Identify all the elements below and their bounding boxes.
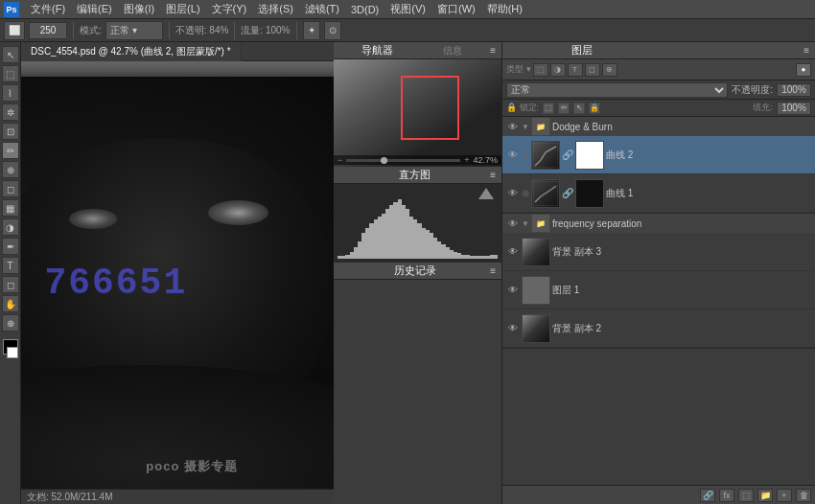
delete-layer-btn[interactable]: 🗑 xyxy=(796,489,811,502)
mode-select[interactable]: 正常 ▾ xyxy=(105,21,163,40)
menu-window[interactable]: 窗口(W) xyxy=(431,2,481,16)
dodge-burn-group-header[interactable]: 👁 ▼ 📁 Dodge & Burn xyxy=(502,117,815,136)
layer-bg-copy3[interactable]: 👁 背景 副本 3 xyxy=(502,233,815,271)
bg3-name: 背景 副本 3 xyxy=(552,245,811,259)
pen-tool[interactable]: ✒ xyxy=(2,238,19,255)
canvas-wrapper[interactable]: 766651 实用摄影技巧 FsBus.CoM http://photo.poc… xyxy=(21,61,334,504)
layers-options[interactable]: ≡ xyxy=(803,45,809,56)
eye-right xyxy=(208,200,268,225)
new-group-btn[interactable]: 📁 xyxy=(757,489,773,502)
opacity-label: 不透明: 84% xyxy=(175,24,229,37)
navigator-panel-options[interactable]: ≡ xyxy=(490,45,496,56)
lock-all-btn[interactable]: 🔒 xyxy=(589,103,600,114)
fill-input[interactable] xyxy=(777,102,811,115)
layer1-name: 图层 1 xyxy=(552,284,811,297)
group-visibility[interactable]: 👁 xyxy=(506,120,520,133)
menu-layer[interactable]: 图层(L) xyxy=(160,2,205,16)
brush-tool[interactable]: ✏ xyxy=(2,142,19,159)
bg2-visibility[interactable]: 👁 xyxy=(506,322,520,335)
add-mask-btn[interactable]: ⬚ xyxy=(738,489,754,502)
clone-tool[interactable]: ⊕ xyxy=(2,161,19,178)
move-tool[interactable]: ↖ xyxy=(2,46,19,63)
histogram-content xyxy=(334,184,501,263)
canvas-bg: 766651 xyxy=(21,77,334,489)
filter-shape-btn[interactable]: ◻ xyxy=(585,63,600,77)
curve2-svg xyxy=(533,143,558,168)
right-column: 导航器 信息 ≡ − + xyxy=(334,42,501,504)
eraser-tool[interactable]: ◻ xyxy=(2,180,19,197)
separator-4 xyxy=(296,22,297,39)
history-tab[interactable]: 历史记录 xyxy=(339,263,490,278)
layer1-visibility[interactable]: 👁 xyxy=(506,284,520,297)
menu-3d[interactable]: 3D(D) xyxy=(345,4,384,15)
status-bar: 文档: 52.0M/211.4M xyxy=(21,489,334,504)
layer-bg-copy2[interactable]: 👁 背景 副本 2 xyxy=(502,309,815,348)
tab-bar: DSC_4554.psd @ 42.7% (曲线 2, 图层蒙版/*) * xyxy=(21,42,334,61)
add-style-btn[interactable]: fx xyxy=(719,489,734,502)
opacity-input[interactable] xyxy=(777,83,811,97)
info-tab[interactable]: 信息 xyxy=(415,44,491,57)
menu-view[interactable]: 视图(V) xyxy=(384,2,431,16)
hand-tool[interactable]: ✋ xyxy=(2,295,19,312)
zoom-tool[interactable]: ⊕ xyxy=(2,314,19,332)
layer-1[interactable]: 👁 图层 1 xyxy=(502,271,815,309)
pressure-btn[interactable]: ⊙ xyxy=(324,21,341,40)
bg2-name: 背景 副本 2 xyxy=(552,322,811,335)
brush-size-input[interactable] xyxy=(29,22,67,39)
layer-curve2-mask xyxy=(575,141,604,170)
layer-curve2[interactable]: 👁 ⊕ 🔗 曲线 2 xyxy=(502,136,815,174)
menu-bar: Ps 文件(F) 编辑(E) 图像(I) 图层(L) 文字(Y) 选择(S) 滤… xyxy=(0,0,815,19)
canvas-tab[interactable]: DSC_4554.psd @ 42.7% (曲线 2, 图层蒙版/*) * xyxy=(21,42,242,61)
layer-curve1-mask xyxy=(575,179,604,208)
layer1-thumb xyxy=(522,276,550,305)
layer-curve1-visibility[interactable]: 👁 xyxy=(506,187,520,200)
zoom-value: 42.7% xyxy=(473,155,498,165)
filter-toggle-btn[interactable]: ● xyxy=(796,63,811,77)
menu-text[interactable]: 文字(Y) xyxy=(206,2,253,16)
blend-mode-select[interactable]: 正常 xyxy=(506,82,728,98)
lasso-tool[interactable]: ⌇ xyxy=(2,84,19,102)
freq-group-visibility[interactable]: 👁 xyxy=(506,217,520,230)
filter-type-btn[interactable]: T xyxy=(568,63,583,77)
menu-select[interactable]: 选择(S) xyxy=(252,2,299,16)
navigator-tab[interactable]: 导航器 xyxy=(339,43,415,57)
group-expand-icon[interactable]: ▼ xyxy=(522,123,529,131)
dodge-tool[interactable]: ◑ xyxy=(2,218,19,236)
gradient-tool[interactable]: ▦ xyxy=(2,199,19,217)
text-tool[interactable]: T xyxy=(2,257,19,274)
filter-smart-btn[interactable]: ⊕ xyxy=(602,63,617,77)
crop-tool[interactable]: ⊡ xyxy=(2,123,19,140)
link-layers-btn[interactable]: 🔗 xyxy=(700,489,715,502)
layers-filter-row: 类型 ▾ ⬚ ◑ T ◻ ⊕ ● xyxy=(502,59,815,80)
magic-wand-tool[interactable]: ✲ xyxy=(2,103,19,121)
zoom-slider-thumb[interactable] xyxy=(381,157,387,164)
history-options[interactable]: ≡ xyxy=(490,265,496,276)
zoom-minus-btn[interactable]: − xyxy=(338,155,342,165)
filter-adjust-btn[interactable]: ◑ xyxy=(550,63,566,77)
menu-image[interactable]: 图像(I) xyxy=(118,2,160,16)
airbrush-btn[interactable]: ✦ xyxy=(303,21,320,40)
filter-pixel-btn[interactable]: ⬚ xyxy=(533,63,548,77)
select-tool[interactable]: ⬚ xyxy=(2,65,19,82)
new-layer-btn[interactable]: + xyxy=(777,489,792,502)
shape-tool[interactable]: ◻ xyxy=(2,276,19,293)
histogram-tab[interactable]: 直方图 xyxy=(339,168,490,182)
menu-file[interactable]: 文件(F) xyxy=(25,2,71,16)
lock-pixels-btn[interactable]: ✏ xyxy=(558,103,570,114)
zoom-plus-btn[interactable]: + xyxy=(464,155,469,165)
lock-move-btn[interactable]: ↖ xyxy=(573,103,585,114)
freq-group-expand[interactable]: ▼ xyxy=(522,219,529,228)
brush-preset-btn[interactable]: ⬜ xyxy=(4,21,25,40)
freq-sep-group-header[interactable]: 👁 ▼ 📁 frequency separation xyxy=(502,214,815,233)
lock-transparent-btn[interactable]: ⬚ xyxy=(543,103,554,114)
zoom-slider[interactable] xyxy=(346,159,460,162)
menu-edit[interactable]: 编辑(E) xyxy=(71,2,118,16)
menu-help[interactable]: 帮助(H) xyxy=(481,2,528,16)
layers-tab[interactable]: 图层 xyxy=(508,43,656,57)
layer-curve1[interactable]: 👁 ⊕ 🔗 曲线 1 xyxy=(502,174,815,213)
histogram-options[interactable]: ≡ xyxy=(490,170,496,180)
menu-filter[interactable]: 滤镜(T) xyxy=(299,2,345,16)
layer-curve2-visibility[interactable]: 👁 xyxy=(506,149,520,162)
bg3-visibility[interactable]: 👁 xyxy=(506,245,520,259)
background-color[interactable] xyxy=(7,347,18,358)
